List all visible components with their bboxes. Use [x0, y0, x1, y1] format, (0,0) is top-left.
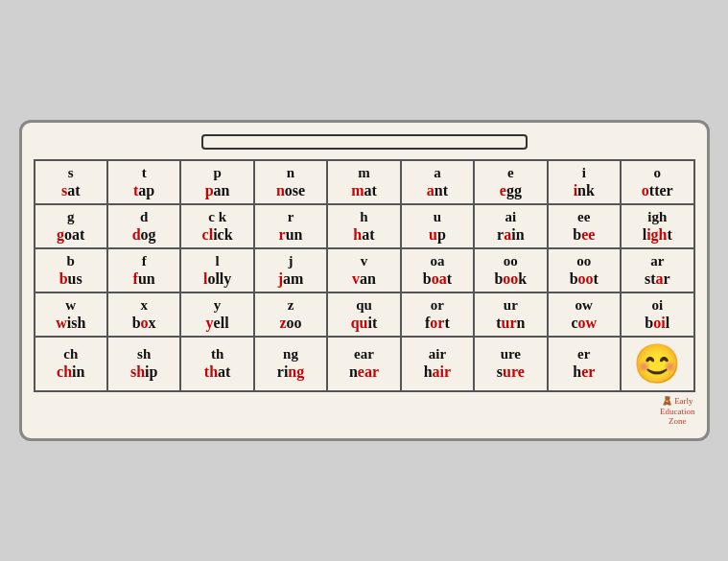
table-cell: ng ring [254, 337, 327, 391]
example-word: dog [132, 226, 156, 244]
table-cell: er her [548, 337, 621, 391]
example-word: boot [570, 270, 599, 288]
phoneme: ar [650, 253, 664, 269]
table-cell: oo boot [548, 248, 621, 292]
table-cell: x box [107, 292, 180, 337]
table-cell: oi boil [621, 292, 694, 337]
phoneme: oi [651, 297, 663, 314]
phoneme: d [140, 209, 148, 225]
example-word: near [349, 363, 379, 381]
example-word: light [643, 226, 672, 244]
table-cell: air hair [401, 337, 474, 391]
phoneme: m [358, 165, 370, 181]
phoneme: t [142, 165, 147, 181]
phoneme: oo [504, 253, 518, 269]
chart-title [201, 134, 528, 150]
phoneme: f [142, 253, 147, 269]
example-word: fun [133, 270, 155, 288]
example-word: yell [206, 315, 229, 332]
table-cell: m mat [327, 160, 400, 204]
example-word: her [573, 363, 595, 381]
example-word: star [645, 270, 670, 288]
table-cell: sh ship [107, 337, 180, 391]
phoneme: x [140, 297, 148, 314]
table-cell: y yell [180, 292, 253, 337]
example-word: rain [497, 226, 524, 244]
phoneme: v [361, 253, 368, 269]
table-cell: w wish [35, 292, 107, 337]
example-word: mat [351, 182, 377, 199]
table-cell: ai rain [474, 204, 547, 248]
example-word: wish [56, 315, 85, 332]
table-cell: a ant [401, 160, 474, 204]
table-cell: i ink [548, 160, 621, 204]
phoneme-table: s sat t tap p pan n nose m mat a ant e e… [34, 159, 695, 392]
example-word: bee [573, 226, 595, 244]
example-word: quit [351, 315, 378, 332]
example-word: box [132, 315, 156, 332]
phoneme: or [431, 297, 444, 314]
table-cell: h hat [327, 204, 400, 248]
example-word: up [429, 226, 446, 244]
phoneme: u [434, 209, 441, 225]
table-cell: z zoo [254, 292, 327, 337]
example-word: that [204, 363, 231, 381]
phoneme: b [67, 253, 75, 269]
table-cell: ee bee [548, 204, 621, 248]
phoneme: ng [283, 346, 298, 362]
example-word: turn [496, 315, 525, 332]
phoneme: a [434, 165, 441, 181]
table-cell: 😊 [621, 337, 694, 391]
example-word: cow [571, 315, 597, 332]
table-cell: oo book [474, 248, 547, 292]
table-cell: p pan [180, 160, 253, 204]
table-cell: t tap [107, 160, 180, 204]
watermark: 🧸 EarlyEducationZone [660, 396, 695, 427]
phoneme: i [582, 165, 586, 181]
table-cell: igh light [621, 204, 694, 248]
example-word: book [494, 270, 527, 288]
phoneme: y [214, 297, 222, 314]
example-word: bus [59, 270, 82, 288]
table-cell: v van [327, 248, 400, 292]
phoneme: sh [137, 346, 151, 362]
table-cell: l lolly [180, 248, 253, 292]
phoneme: j [289, 253, 294, 269]
phoneme: n [287, 165, 294, 181]
table-cell: n nose [254, 160, 327, 204]
table-cell: c k click [180, 204, 253, 248]
phoneme: g [67, 209, 75, 225]
table-cell: ure sure [474, 337, 547, 391]
table-cell: or fort [401, 292, 474, 337]
phoneme: w [65, 297, 76, 314]
example-word: boat [423, 270, 452, 288]
phoneme: e [507, 165, 514, 181]
table-cell: ch chin [35, 337, 107, 391]
phoneme: p [213, 165, 221, 181]
table-cell: ow cow [548, 292, 621, 337]
table-cell: ear near [327, 337, 400, 391]
example-word: hair [424, 363, 451, 381]
phoneme: c k [208, 209, 226, 225]
phoneme: er [577, 346, 590, 362]
example-word: van [352, 270, 376, 288]
example-word: sure [497, 363, 525, 381]
table-cell: ur turn [474, 292, 547, 337]
phoneme: ur [504, 297, 518, 314]
table-cell: qu quit [327, 292, 400, 337]
example-word: ring [277, 363, 304, 381]
table-cell: g goat [35, 204, 107, 248]
table-cell: s sat [35, 160, 107, 204]
example-word: nose [276, 182, 305, 199]
example-word: jam [278, 270, 304, 288]
phoneme: ear [354, 346, 374, 362]
example-word: fort [425, 315, 450, 332]
phoneme: oo [576, 253, 591, 269]
example-word: pan [205, 182, 230, 199]
phoneme: l [216, 253, 220, 269]
phoneme: th [211, 346, 223, 362]
example-word: chin [57, 363, 84, 381]
example-word: ant [427, 182, 448, 199]
phoneme: ch [63, 346, 78, 362]
table-cell: o otter [621, 160, 694, 204]
